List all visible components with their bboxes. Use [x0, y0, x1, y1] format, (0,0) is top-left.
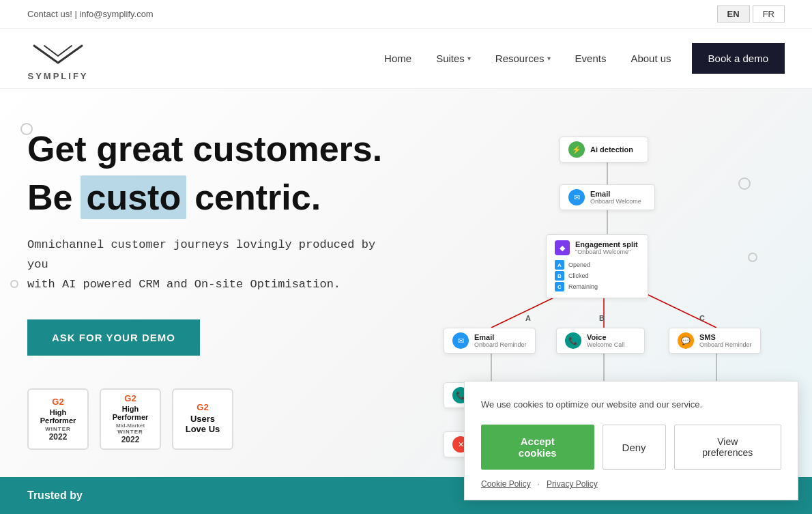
contact-label: Contact us! — [27, 9, 72, 19]
cookie-buttons: Accept cookies Deny View preferences — [481, 425, 781, 470]
main-nav: SYMPLIFY Home Suites ▾ Resources ▾ Event… — [0, 29, 812, 89]
chevron-down-icon: ▾ — [467, 55, 471, 62]
chevron-down-icon: ▾ — [547, 55, 551, 62]
contact-email[interactable]: info@symplify.com — [79, 9, 153, 19]
nav-events[interactable]: Events — [575, 53, 607, 64]
badge-high-performer: G2 High Performer WINTER 2022 — [27, 388, 89, 450]
nav-suites[interactable]: Suites ▾ — [436, 53, 471, 64]
svg-text:B: B — [599, 314, 605, 322]
flow-node-sms: 💬 SMS Onboard Reminder — [669, 328, 761, 354]
flow-node-ai: ⚡ Ai detection — [560, 137, 648, 162]
privacy-policy-link[interactable]: Privacy Policy — [547, 479, 598, 489]
cookie-policy-link[interactable]: Cookie Policy — [481, 479, 531, 489]
accept-cookies-button[interactable]: Accept cookies — [481, 425, 594, 470]
book-demo-button[interactable]: Book a demo — [692, 43, 785, 74]
view-preferences-button[interactable]: View preferences — [674, 425, 781, 470]
badge-high-performer-midmarket: G2 High Performer Mid-Market WINTER 2022 — [100, 388, 161, 450]
phone-icon: 📞 — [565, 332, 581, 349]
lang-en-button[interactable]: EN — [717, 5, 750, 23]
hero-title-line1: Get great customers. — [27, 130, 403, 169]
logo[interactable]: SYMPLIFY — [27, 35, 89, 81]
svg-text:A: A — [525, 314, 531, 322]
logo-text: SYMPLIFY — [27, 71, 88, 81]
hero-title-line2: Be custo centric. — [27, 175, 403, 219]
topbar: Contact us! | info@symplify.com EN FR — [0, 0, 812, 29]
cookie-message: We use cookies to optimize our website a… — [481, 398, 781, 412]
hero-cta-button[interactable]: ASK FOR YOUR DEMO — [27, 319, 200, 356]
svg-text:C: C — [699, 314, 705, 322]
hero-content: Get great customers. Be custo centric. O… — [27, 130, 403, 450]
ai-icon: ⚡ — [568, 141, 585, 158]
flow-node-voice-welcome: 📞 Voice Welcome Call — [556, 328, 645, 354]
contact-info: Contact us! | info@symplify.com — [27, 9, 154, 19]
sms-icon: 💬 — [678, 332, 694, 349]
hero-highlight: custo — [81, 175, 186, 219]
badge-row: G2 High Performer WINTER 2022 G2 High Pe… — [27, 388, 403, 450]
hero-title-prefix: Be — [27, 177, 72, 218]
lang-fr-button[interactable]: FR — [753, 5, 785, 23]
badge-users-love-us: G2 Users Love Us — [172, 388, 233, 450]
link-separator: · — [538, 479, 540, 489]
language-switcher: EN FR — [717, 5, 785, 23]
hero-subtitle: Omnichannel customer journeys lovingly p… — [27, 235, 403, 295]
flow-node-split: ◆ Engagement split "Onboard Welcome" A O… — [546, 234, 648, 298]
flow-node-email-reminder: ✉ Email Onboard Reminder — [444, 328, 536, 354]
decorative-dot — [10, 280, 18, 288]
email-icon: ✉ — [452, 332, 469, 349]
logo-icon — [27, 35, 89, 70]
nav-about[interactable]: About us — [630, 53, 671, 64]
email-icon: ✉ — [568, 189, 585, 205]
split-icon: ◆ — [555, 240, 570, 255]
nav-resources[interactable]: Resources ▾ — [495, 53, 551, 64]
hero-title-suffix: centric. — [194, 177, 321, 218]
nav-links: Home Suites ▾ Resources ▾ Events About u… — [384, 53, 671, 64]
nav-home[interactable]: Home — [384, 53, 411, 64]
cookie-banner: We use cookies to optimize our website a… — [464, 381, 798, 501]
trusted-label: Trusted by — [27, 489, 83, 502]
cookie-links: Cookie Policy · Privacy Policy — [481, 479, 781, 489]
deny-cookies-button[interactable]: Deny — [603, 425, 666, 470]
flow-node-email-welcome: ✉ Email Onboard Welcome — [560, 184, 655, 210]
